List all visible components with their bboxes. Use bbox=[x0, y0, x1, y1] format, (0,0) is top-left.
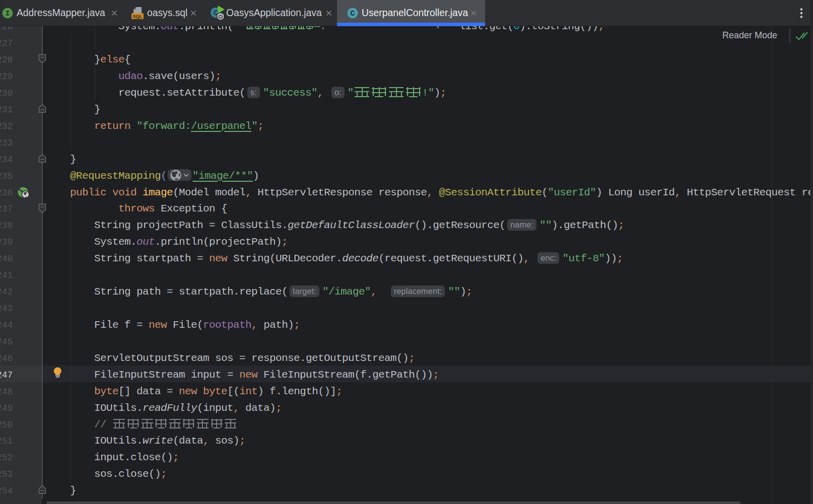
svg-text:SQL: SQL bbox=[132, 14, 143, 19]
svg-text:C: C bbox=[350, 10, 355, 18]
